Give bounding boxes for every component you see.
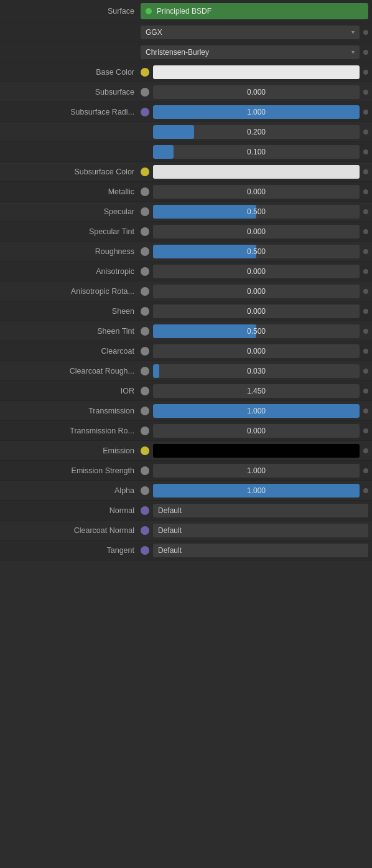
emission-strength-label: Emission Strength (4, 466, 141, 475)
normal-row: Normal Default (0, 501, 372, 521)
sheen-tint-row: Sheen Tint 0.500 (0, 321, 372, 341)
clearcoat-roughness-dot (363, 369, 368, 374)
ior-label: IOR (4, 387, 141, 395)
subsurface-field[interactable]: 0.000 (153, 85, 360, 99)
emission-strength-row: Emission Strength 1.000 (0, 461, 372, 481)
subsurface-radius3-spacer (141, 148, 149, 156)
anisotropic-rotation-field[interactable]: 0.000 (153, 285, 360, 298)
clearcoat-roughness-field[interactable]: 0.030 (153, 364, 360, 378)
specular-tint-row: Specular Tint 0.000 (0, 222, 372, 242)
anisotropic-rotation-label: Anisotropic Rota... (4, 287, 141, 296)
subsurface-radius2-row: 0.200 (0, 122, 372, 142)
sheen-socket (141, 307, 149, 316)
anisotropic-rotation-dot (363, 289, 368, 294)
emission-strength-field[interactable]: 1.000 (153, 464, 360, 478)
emission-label: Emission (4, 446, 141, 455)
metallic-socket (141, 187, 149, 196)
clearcoat-normal-socket (141, 526, 149, 535)
subsurface-radius-field[interactable]: 1.000 (153, 105, 360, 119)
alpha-socket (141, 486, 149, 495)
anisotropic-rotation-socket (141, 287, 149, 296)
subsurface-radius-value: 1.000 (153, 105, 360, 119)
metallic-label: Metallic (4, 187, 141, 196)
subsurface-socket (141, 88, 149, 97)
alpha-field[interactable]: 1.000 (153, 484, 360, 498)
specular-label: Specular (4, 207, 141, 216)
anisotropic-socket (141, 267, 149, 276)
transmission-field[interactable]: 1.000 (153, 404, 360, 418)
subsurface-color-label: Subsurface Color (4, 167, 141, 176)
sheen-row: Sheen 0.000 (0, 301, 372, 321)
subsurface-method-value: Christensen-Burley (146, 48, 209, 57)
anisotropic-row: Anisotropic 0.000 (0, 262, 372, 281)
subsurface-method-dropdown[interactable]: Christensen-Burley ▾ (141, 45, 360, 59)
transmission-roughness-field[interactable]: 0.000 (153, 424, 360, 438)
specular-value: 0.500 (153, 205, 360, 219)
clearcoat-normal-label: Clearcoat Normal (4, 526, 141, 535)
base-color-field[interactable] (153, 65, 360, 79)
metallic-row: Metallic 0.000 (0, 182, 372, 202)
subsurface-radius3-value: 0.100 (153, 145, 360, 159)
metallic-dot (363, 189, 368, 194)
clearcoat-row: Clearcoat 0.000 (0, 341, 372, 361)
subsurface-color-field[interactable] (153, 165, 360, 179)
roughness-row: Roughness 0.500 (0, 242, 372, 262)
alpha-label: Alpha (4, 486, 141, 495)
clearcoat-roughness-socket (141, 367, 149, 375)
sheen-tint-field[interactable]: 0.500 (153, 324, 360, 338)
clearcoat-field[interactable]: 0.000 (153, 344, 360, 358)
transmission-dot (363, 408, 368, 413)
distribution-arrow-icon: ▾ (351, 29, 355, 35)
distribution-dropdown[interactable]: GGX ▾ (141, 26, 360, 39)
subsurface-radius-dot (363, 110, 368, 115)
clearcoat-roughness-row: Clearcoat Rough... 0.030 (0, 361, 372, 381)
sheen-field[interactable]: 0.000 (153, 304, 360, 318)
subsurface-method-dot (363, 50, 368, 55)
surface-value-field[interactable]: Principled BSDF (141, 3, 368, 19)
roughness-label: Roughness (4, 247, 141, 256)
sheen-tint-dot (363, 329, 368, 334)
subsurface-radius3-field[interactable]: 0.100 (153, 145, 360, 159)
base-color-row: Base Color (0, 62, 372, 82)
alpha-value: 1.000 (153, 484, 360, 498)
subsurface-radius2-dot (363, 130, 368, 134)
clearcoat-normal-field[interactable]: Default (153, 524, 368, 537)
surface-value-text: Principled BSDF (157, 7, 212, 16)
subsurface-radius3-row: 0.100 (0, 142, 372, 162)
anisotropic-rotation-value: 0.000 (153, 285, 360, 298)
emission-socket (141, 446, 149, 455)
distribution-dot (363, 30, 368, 35)
surface-row: Surface Principled BSDF (0, 0, 372, 22)
sheen-tint-label: Sheen Tint (4, 327, 141, 336)
clearcoat-roughness-value: 0.030 (153, 364, 360, 378)
sheen-tint-value: 0.500 (153, 324, 360, 338)
tangent-value: Default (158, 546, 182, 555)
emission-dot (363, 448, 368, 453)
tangent-field[interactable]: Default (153, 544, 368, 557)
emission-field[interactable] (153, 444, 360, 458)
emission-row: Emission (0, 441, 372, 461)
subsurface-radius3-dot (363, 149, 368, 154)
normal-value: Default (158, 506, 182, 515)
specular-tint-field[interactable]: 0.000 (153, 225, 360, 238)
subsurface-radius2-field[interactable]: 0.200 (153, 125, 360, 139)
anisotropic-label: Anisotropic (4, 267, 141, 276)
specular-field[interactable]: 0.500 (153, 205, 360, 219)
subsurface-method-arrow-icon: ▾ (351, 49, 355, 55)
sheen-value: 0.000 (153, 304, 360, 318)
transmission-value: 1.000 (153, 404, 360, 418)
normal-label: Normal (4, 506, 141, 515)
base-color-label: Base Color (4, 68, 141, 77)
roughness-field[interactable]: 0.500 (153, 245, 360, 258)
distribution-value: GGX (146, 28, 162, 37)
base-color-socket (141, 68, 149, 77)
ior-field[interactable]: 1.450 (153, 384, 360, 398)
clearcoat-socket (141, 347, 149, 356)
subsurface-label: Subsurface (4, 88, 141, 97)
emission-strength-dot (363, 468, 368, 473)
transmission-label: Transmission (4, 407, 141, 415)
metallic-field[interactable]: 0.000 (153, 185, 360, 199)
normal-field[interactable]: Default (153, 504, 368, 517)
surface-label: Surface (4, 7, 141, 16)
anisotropic-field[interactable]: 0.000 (153, 265, 360, 278)
